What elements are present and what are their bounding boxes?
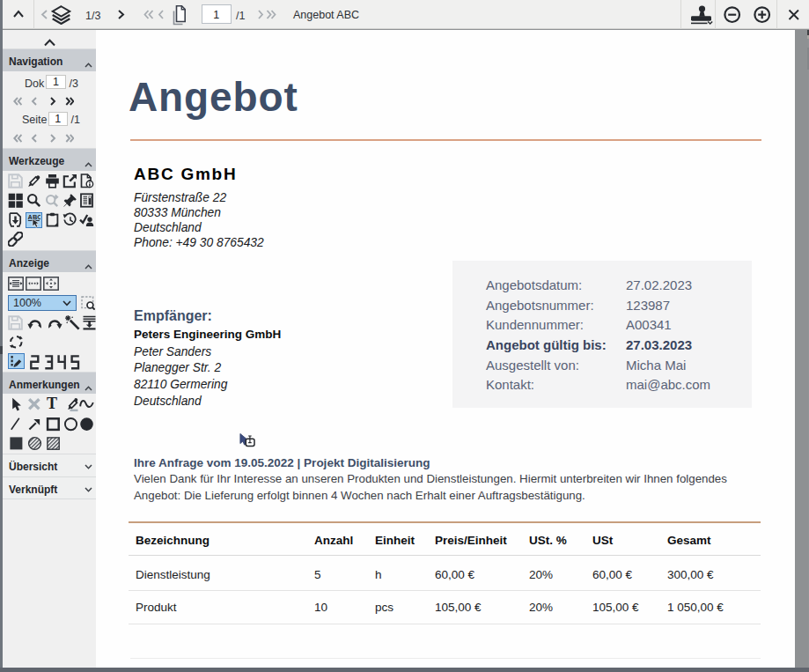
- svg-text:T: T: [47, 396, 57, 411]
